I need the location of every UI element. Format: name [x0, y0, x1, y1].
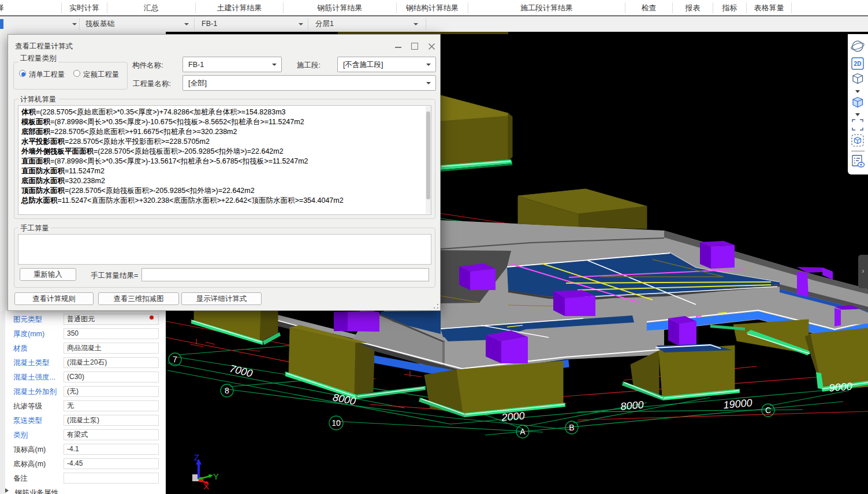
- svg-text:7000: 7000: [229, 363, 254, 380]
- svg-text:2D: 2D: [854, 61, 862, 67]
- svg-text:7: 7: [173, 355, 177, 364]
- svg-text:A: A: [520, 427, 526, 436]
- svg-text:8000: 8000: [620, 399, 645, 412]
- svg-text:8: 8: [225, 386, 229, 395]
- svg-text:C: C: [765, 406, 771, 415]
- svg-text:19000: 19000: [723, 397, 753, 411]
- svg-text:Y: Y: [213, 471, 219, 481]
- svg-text:B: B: [569, 423, 574, 432]
- svg-text:X: X: [203, 481, 209, 491]
- svg-text:10: 10: [331, 418, 341, 428]
- svg-text:Z: Z: [194, 452, 199, 462]
- svg-text:9000: 9000: [829, 380, 853, 393]
- svg-text:2000: 2000: [501, 410, 526, 424]
